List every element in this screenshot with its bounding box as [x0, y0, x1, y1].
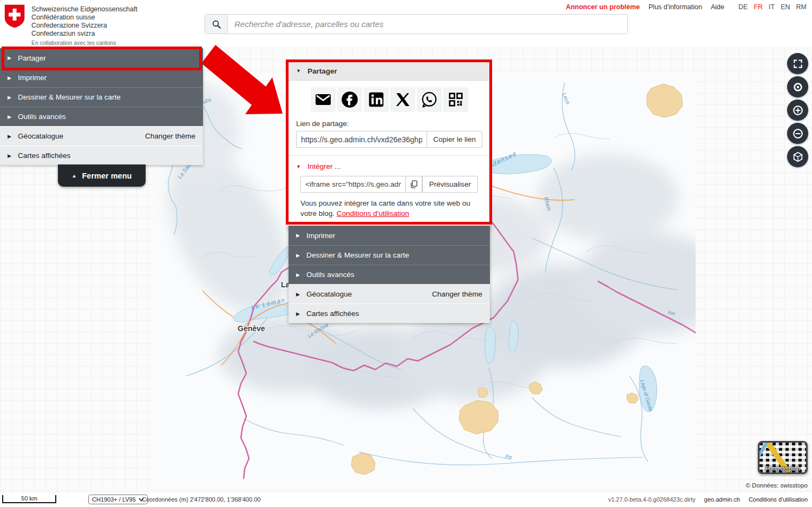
- geolocation-button[interactable]: [787, 76, 808, 97]
- share-qrcode-button[interactable]: [443, 87, 468, 112]
- change-theme-link[interactable]: Changer thème: [145, 132, 195, 140]
- search-input[interactable]: [228, 15, 627, 34]
- terms-of-use-link[interactable]: Conditions d'utilisation: [337, 209, 409, 218]
- data-attribution: © Données: swisstopo: [745, 482, 808, 489]
- embed-section: Prévisualiser Vous pouvez intégrer la ca…: [289, 176, 490, 229]
- swiss-coat-of-arms-logo: [4, 4, 25, 28]
- copy-embed-button[interactable]: [406, 176, 422, 193]
- lang-it[interactable]: IT: [769, 3, 775, 11]
- panel-item-dessiner[interactable]: Dessiner & Mesurer sur la carte: [289, 245, 490, 265]
- panel-item-label: Géocatalogue: [306, 290, 352, 298]
- help-link[interactable]: Aide: [711, 3, 724, 11]
- sidebar-item-label: Dessiner & Mesurer sur la carte: [18, 93, 121, 101]
- label-geneve: Genève: [238, 324, 265, 333]
- qr-code-icon: [448, 91, 464, 108]
- sidebar-item-dessiner[interactable]: Dessiner & Mesurer sur la carte: [0, 87, 203, 107]
- projection-select[interactable]: CH1903+ / LV95: [88, 495, 148, 504]
- basemap-selector-button[interactable]: Fond de plan: [758, 441, 808, 474]
- footer-links: v1.27.0-beta.4-0.g0268423c.dirty geo.adm…: [608, 496, 808, 503]
- header-links: Annoncer un problème Plus d'information …: [566, 3, 807, 11]
- sidebar-item-label: Cartes affichées: [18, 152, 70, 160]
- share-panel-header[interactable]: Partager: [289, 62, 490, 81]
- share-link-input[interactable]: [296, 131, 427, 148]
- copy-link-button[interactable]: Copier le lien: [427, 131, 482, 148]
- share-link-section: Lien de partage: Copier le lien: [289, 117, 490, 156]
- close-menu-label: Fermer menu: [82, 172, 132, 180]
- sidebar-item-label: Géocatalogue: [18, 132, 63, 140]
- share-email-button[interactable]: [311, 87, 336, 112]
- language-switcher: DE FR IT EN RM: [738, 3, 807, 11]
- sidebar-item-outils-avances[interactable]: Outils avancés: [0, 107, 203, 126]
- share-facebook-button[interactable]: [337, 87, 362, 112]
- chevron-down-icon: [296, 68, 301, 74]
- search-button[interactable]: [205, 15, 228, 34]
- more-info-link[interactable]: Plus d'information: [649, 3, 702, 11]
- fullscreen-button[interactable]: [787, 53, 808, 74]
- preview-button[interactable]: Prévisualiser: [422, 176, 478, 193]
- scale-bar: 50 km: [2, 495, 56, 503]
- map-controls: [787, 53, 808, 167]
- chevron-right-icon: [296, 272, 300, 278]
- chevron-right-icon: [8, 114, 11, 120]
- chevron-right-icon: [8, 134, 11, 139]
- copy-icon: [409, 180, 418, 189]
- panel-item-outils-avances[interactable]: Outils avancés: [289, 265, 490, 284]
- sidebar-item-label: Partager: [18, 54, 46, 62]
- search-bar: [205, 14, 628, 34]
- lang-fr[interactable]: FR: [754, 3, 763, 11]
- logo-line-de: Schweizerische Eidgenossenschaft: [31, 5, 137, 14]
- basemap-label: Fond de plan: [759, 465, 806, 472]
- report-problem-link[interactable]: Annoncer un problème: [566, 3, 640, 11]
- share-panel: Partager: [289, 62, 490, 229]
- logo-line-fr: Confédération suisse: [31, 14, 137, 22]
- chevron-right-icon: [8, 75, 11, 81]
- zoom-in-button[interactable]: [787, 100, 808, 121]
- linkedin-icon: [368, 91, 385, 108]
- chevron-right-icon: [8, 153, 11, 159]
- close-menu-button[interactable]: Fermer menu: [58, 164, 146, 187]
- chevron-right-icon: [296, 292, 300, 297]
- logo-title: Schweizerische Eidgenossenschaft Confédé…: [31, 4, 137, 38]
- sidebar-item-cartes-affichees[interactable]: Cartes affichées: [0, 146, 203, 165]
- share-x-button[interactable]: [390, 87, 415, 112]
- lang-rm[interactable]: RM: [796, 3, 807, 11]
- share-whatsapp-button[interactable]: [417, 87, 442, 112]
- chevron-right-icon: [8, 55, 11, 61]
- change-theme-link[interactable]: Changer thème: [432, 290, 482, 298]
- geoadmin-link[interactable]: geo.admin.ch: [704, 496, 740, 503]
- lang-en[interactable]: EN: [781, 3, 790, 11]
- panel-item-cartes-affichees[interactable]: Cartes affichées: [289, 304, 490, 323]
- embed-code-input[interactable]: [300, 176, 406, 193]
- app-header: Schweizerische Eidgenossenschaft Confédé…: [0, 0, 812, 48]
- embed-note: Vous pouvez intégrer la carte dans votre…: [300, 193, 481, 226]
- plus-icon: [792, 104, 804, 116]
- mouse-coordinates: Coordonnées (m) 2'472'800.00, 1'368'400.…: [142, 496, 260, 503]
- share-panel-title: Partager: [307, 67, 337, 75]
- minus-icon: [792, 128, 804, 140]
- share-link-label: Lien de partage:: [296, 120, 482, 128]
- label-po: Po: [505, 453, 513, 460]
- panel-menu: Imprimer Dessiner & Mesurer sur la carte…: [289, 226, 490, 323]
- embed-section-title: Intégrer ...: [307, 162, 341, 170]
- whatsapp-icon: [421, 91, 438, 108]
- social-share-row: [289, 81, 490, 117]
- cube-3d-icon: [792, 151, 804, 163]
- share-linkedin-button[interactable]: [364, 87, 389, 112]
- lang-de[interactable]: DE: [738, 3, 748, 11]
- toggle-3d-button[interactable]: [787, 146, 808, 167]
- logo-line-it: Confederazione Svizzera: [31, 22, 137, 30]
- sidebar-item-imprimer[interactable]: Imprimer: [0, 68, 203, 87]
- panel-item-label: Dessiner & Mesurer sur la carte: [306, 251, 409, 259]
- embed-section-header[interactable]: Intégrer ...: [289, 156, 490, 176]
- app-window: Le Doubs La Saône Le Léman Genève La Le …: [0, 0, 812, 507]
- x-twitter-icon: [395, 91, 411, 108]
- chevron-right-icon: [296, 253, 300, 258]
- panel-item-label: Imprimer: [306, 232, 335, 240]
- panel-item-geocatalogue[interactable]: Géocatalogue Changer thème: [289, 284, 490, 304]
- zoom-out-button[interactable]: [787, 123, 808, 144]
- footer-terms-link[interactable]: Conditions d'utilisation: [749, 496, 808, 503]
- sidebar-item-partager[interactable]: Partager: [0, 48, 203, 68]
- left-menu: Partager Imprimer Dessiner & Mesurer sur…: [0, 48, 203, 165]
- sidebar-item-geocatalogue[interactable]: Géocatalogue Changer thème: [0, 126, 203, 146]
- panel-item-imprimer[interactable]: Imprimer: [289, 226, 490, 245]
